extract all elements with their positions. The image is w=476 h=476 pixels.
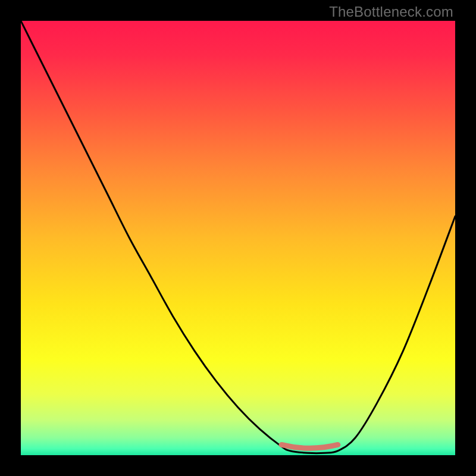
chart-frame: TheBottleneck.com xyxy=(0,0,476,476)
gradient-background xyxy=(21,21,455,455)
plot-area xyxy=(21,21,455,455)
watermark-text: TheBottleneck.com xyxy=(329,4,453,20)
bottleneck-chart xyxy=(21,21,455,455)
